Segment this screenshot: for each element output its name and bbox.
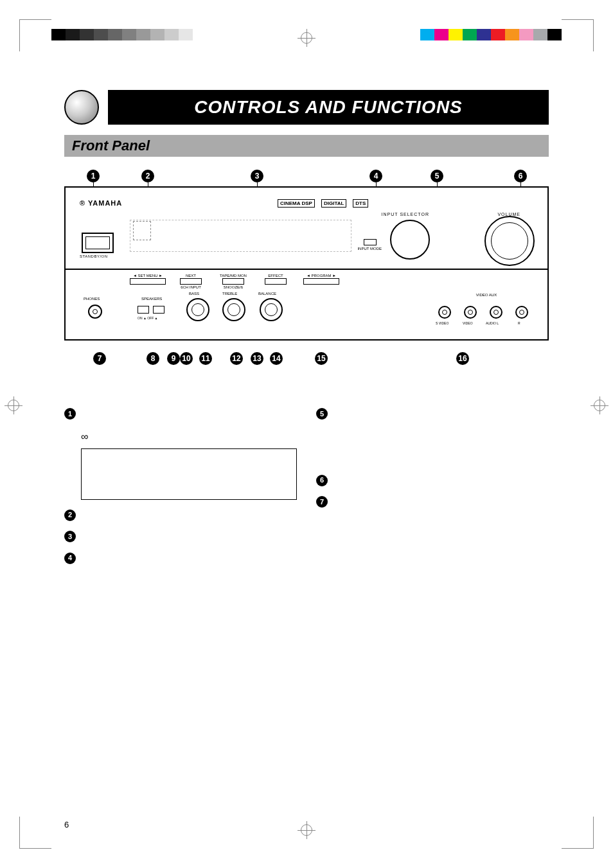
- description-term: PHONES jack: [333, 497, 387, 506]
- description-column-right: 5 INPUT SELECTOR 6 VOLUME 7 PHONES jack: [316, 407, 549, 573]
- crop-mark: [562, 817, 594, 849]
- treble-label: TREBLE: [222, 292, 237, 296]
- bass-knob[interactable]: [186, 298, 209, 321]
- balance-knob[interactable]: [260, 298, 283, 321]
- jack-label: R: [518, 321, 520, 325]
- callout-number-icon: 15: [315, 352, 328, 365]
- jack-label: S VIDEO: [436, 321, 449, 325]
- function-button[interactable]: ◄ SET MENU ►: [130, 274, 166, 285]
- video-aux-group: VIDEO AUX S VIDEO VIDEO AUDIO L R: [438, 299, 535, 325]
- callout-number-icon: 14: [270, 352, 283, 365]
- registration-mark-icon: [301, 824, 312, 836]
- page-title: CONTROLS AND FUNCTIONS: [108, 90, 549, 125]
- crop-mark: [562, 19, 594, 51]
- knob-icon: [64, 90, 99, 125]
- function-button[interactable]: ◄ PROGRAM ►: [303, 274, 339, 285]
- callout-number-icon: 1: [64, 408, 76, 420]
- function-button[interactable]: NEXT6CH INPUT: [180, 274, 202, 289]
- callout-number-icon: 1: [87, 170, 100, 182]
- front-panel-diagram: 123456 ® YAMAHA CINEMA DSP DIGITAL DTS S…: [64, 170, 549, 369]
- callout-number-icon: 13: [251, 352, 263, 365]
- infinity-icon: ∞: [81, 431, 88, 442]
- treble-knob[interactable]: [222, 298, 245, 321]
- description-term: STANDBY/ON: [81, 409, 136, 418]
- phones-label: PHONES: [84, 297, 100, 301]
- callout-number-icon: 5: [431, 170, 443, 182]
- page-number: 6: [64, 820, 69, 829]
- callout-number-icon: 3: [251, 170, 263, 182]
- callout-number-icon: 11: [199, 352, 212, 365]
- jack-label: VIDEO: [463, 321, 473, 325]
- audio-r-jack[interactable]: [515, 306, 528, 319]
- callout-number-icon: 4: [64, 553, 76, 564]
- speakers-label: SPEAKERS: [141, 297, 162, 301]
- speakers-a-switch[interactable]: [138, 306, 149, 314]
- note-box: [81, 448, 297, 500]
- input-mode-button[interactable]: [364, 239, 377, 245]
- speakers-onoff-label: ON ▲ OFF ▲: [138, 316, 158, 320]
- grayscale-swatch-bar: [51, 29, 193, 40]
- description-item: 7 PHONES jack: [316, 495, 549, 508]
- svideo-jack[interactable]: [438, 306, 451, 319]
- description-term: Display panel: [81, 531, 135, 541]
- phones-jack[interactable]: [88, 305, 102, 319]
- color-swatch-bar: [420, 29, 562, 40]
- function-button[interactable]: TAPE/MD MONSNOOZE/6: [220, 274, 247, 289]
- callout-number-icon: 12: [230, 352, 243, 365]
- brand-logo: ® YAMAHA: [80, 199, 122, 207]
- volume-knob[interactable]: [484, 216, 535, 266]
- balance-label: BALANCE: [258, 292, 276, 296]
- device-outline: ® YAMAHA CINEMA DSP DIGITAL DTS STANDBY/…: [64, 186, 549, 341]
- callout-number-icon: 5: [316, 408, 328, 420]
- video-aux-label: VIDEO AUX: [438, 293, 535, 297]
- callout-number-icon: 6: [514, 170, 527, 182]
- input-mode-label: INPUT MODE: [357, 247, 382, 251]
- description-term: Remote control sensor: [81, 510, 172, 520]
- video-jack[interactable]: [464, 306, 477, 319]
- callout-number-icon: 2: [141, 170, 154, 182]
- input-selector-label: INPUT SELECTOR: [382, 212, 429, 217]
- registration-mark-icon: [594, 400, 605, 411]
- format-badges: CINEMA DSP DIGITAL DTS: [278, 199, 368, 208]
- description-term: VOLUME: [333, 475, 369, 485]
- callout-number-icon: 7: [93, 352, 106, 365]
- audio-l-jack[interactable]: [490, 306, 502, 319]
- description-item: 4 INPUT MODE: [64, 552, 297, 565]
- callout-number-icon: 2: [64, 509, 76, 521]
- callout-number-icon: 16: [456, 352, 469, 365]
- description-term: INPUT SELECTOR: [333, 409, 405, 418]
- callout-number-icon: 7: [316, 496, 328, 508]
- function-buttons-row: ◄ SET MENU ►NEXT6CH INPUTTAPE/MD MONSNOO…: [130, 274, 355, 288]
- bass-label: BASS: [189, 292, 199, 296]
- standby-on-button[interactable]: [82, 233, 114, 253]
- description-item: 1 STANDBY/ON: [64, 407, 297, 420]
- display-panel: [130, 220, 351, 252]
- crop-mark: [19, 817, 51, 849]
- function-button[interactable]: EFFECT: [265, 274, 287, 285]
- speakers-b-switch[interactable]: [153, 306, 164, 314]
- section-heading: Front Panel: [64, 135, 549, 157]
- description-item: 5 INPUT SELECTOR: [316, 407, 549, 420]
- input-selector-knob[interactable]: [390, 220, 430, 260]
- crop-mark: [19, 19, 51, 51]
- callout-number-icon: 4: [369, 170, 382, 182]
- description-column-left: 1 STANDBY/ON ∞ 2 Remote control sensor 3…: [64, 407, 297, 573]
- callout-number-icon: 9: [167, 352, 180, 365]
- description-term: INPUT MODE: [81, 553, 134, 563]
- jack-label: AUDIO L: [486, 321, 499, 325]
- callout-number-icon: 6: [316, 475, 328, 486]
- callout-number-icon: 8: [147, 352, 159, 365]
- callout-number-icon: 3: [64, 531, 76, 542]
- description-item: 3 Display panel: [64, 530, 297, 543]
- registration-mark-icon: [301, 32, 312, 44]
- registration-mark-icon: [8, 400, 19, 411]
- callout-number-icon: 10: [180, 352, 193, 365]
- standby-label: STANDBY/ON: [80, 254, 108, 258]
- description-item: 2 Remote control sensor: [64, 509, 297, 522]
- description-item: 6 VOLUME: [316, 474, 549, 487]
